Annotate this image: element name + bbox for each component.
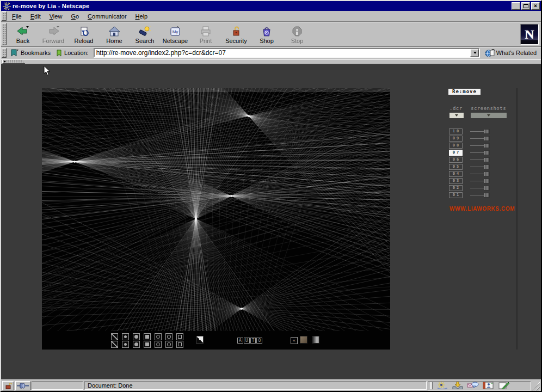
- menu-communicator[interactable]: Communicator: [83, 11, 131, 21]
- square-filled-pattern-button[interactable]: [144, 341, 151, 348]
- slash-pattern-button[interactable]: [111, 333, 118, 340]
- composer-icon[interactable]: [497, 382, 509, 389]
- track-button-08[interactable]: 08: [449, 143, 463, 149]
- security-button[interactable]: Security: [221, 22, 251, 46]
- toolbar-expand-tab[interactable]: [2, 59, 25, 64]
- track-button-03[interactable]: 03: [449, 178, 463, 184]
- title-bar[interactable]: re-move by Lia - Netscape _ ×: [1, 1, 541, 11]
- dot-small-pattern-button[interactable]: [122, 341, 129, 348]
- dot-small-icon: [124, 343, 127, 346]
- track-slider-handle-icon[interactable]: [484, 171, 490, 176]
- tab-dcr-label[interactable]: .dcr: [449, 106, 463, 111]
- track-slider-line: [470, 160, 485, 160]
- rewind-button[interactable]: «: [291, 337, 298, 344]
- close-button[interactable]: ×: [531, 2, 540, 10]
- track-button-07[interactable]: 07: [449, 150, 463, 156]
- square-filled-pattern-button[interactable]: [144, 333, 151, 340]
- track-button-10[interactable]: 10: [449, 128, 463, 134]
- track-slider-line: [470, 152, 485, 153]
- track-slider-handle-icon[interactable]: [484, 157, 490, 162]
- square-double-icon: [178, 335, 182, 339]
- menubar-grip-handle[interactable]: [2, 11, 7, 21]
- resize-grip[interactable]: [532, 382, 540, 390]
- track-slider-line: [470, 174, 485, 174]
- color-swatch-gradient[interactable]: [312, 336, 319, 344]
- track-button-01[interactable]: 01: [449, 192, 463, 198]
- track-button-05[interactable]: 05: [449, 164, 463, 170]
- artwork-canvas[interactable]: AUTO «: [42, 88, 390, 350]
- menu-edit[interactable]: Edit: [26, 11, 45, 21]
- track-button-09[interactable]: 09: [449, 136, 463, 142]
- circle-icon: [156, 335, 160, 339]
- netscape-starburst-icon: [3, 2, 11, 10]
- locationbar-grip-handle[interactable]: [2, 48, 7, 58]
- security-lock-button[interactable]: [2, 381, 14, 390]
- bookmarks-label: Bookmarks: [21, 50, 51, 56]
- track-button-06[interactable]: 06: [449, 157, 463, 163]
- auto-button[interactable]: AUTO: [237, 338, 262, 344]
- track-slider-handle-icon[interactable]: [484, 193, 490, 198]
- shop-button[interactable]: Shop: [251, 22, 282, 46]
- track-slider-handle-icon[interactable]: [484, 129, 490, 134]
- track-button-04[interactable]: 04: [449, 171, 463, 177]
- auto-letter: U: [244, 338, 250, 344]
- track-slider-handle-icon[interactable]: [484, 143, 490, 148]
- menu-go[interactable]: Go: [66, 11, 83, 21]
- search-button[interactable]: Search: [130, 22, 160, 46]
- square-double-pattern-button[interactable]: [176, 333, 183, 340]
- track-slider-handle-icon[interactable]: [484, 150, 490, 155]
- stop-button[interactable]: Stop: [282, 22, 312, 46]
- print-button[interactable]: Print: [190, 22, 221, 46]
- reload-button[interactable]: Reload: [69, 22, 99, 46]
- auto-letter: A: [237, 338, 243, 344]
- url-dropdown-button[interactable]: [470, 49, 479, 57]
- url-input[interactable]: [95, 49, 470, 57]
- circle-pattern-button[interactable]: [155, 341, 162, 348]
- window-title: re-move by Lia - Netscape: [13, 3, 510, 9]
- liaworks-link[interactable]: WWW.LIAWORKS.COM: [449, 206, 515, 212]
- square-round-pattern-button[interactable]: [165, 341, 173, 348]
- location-label: Location:: [64, 50, 89, 56]
- minimize-button[interactable]: _: [512, 2, 520, 10]
- toolbar-grip-handle[interactable]: [2, 23, 7, 45]
- inbox-icon[interactable]: [452, 382, 464, 389]
- maximize-button[interactable]: [521, 2, 530, 10]
- track-slider-handle-icon[interactable]: [484, 186, 490, 191]
- color-swatch-brown[interactable]: [300, 336, 307, 344]
- track-button-02[interactable]: 02: [449, 185, 463, 191]
- navigator-icon[interactable]: [436, 382, 448, 389]
- tab-screenshots-button[interactable]: [471, 113, 507, 118]
- menu-view[interactable]: View: [45, 11, 67, 21]
- bookmarks-button[interactable]: Bookmarks: [8, 48, 53, 57]
- back-button[interactable]: Back: [8, 22, 38, 46]
- tab-screenshots-label[interactable]: screenshots: [471, 106, 506, 111]
- dot-large-pattern-button[interactable]: [133, 333, 140, 340]
- menu-help[interactable]: Help: [131, 11, 152, 21]
- component-bar-grip[interactable]: [430, 382, 433, 389]
- square-filled-icon: [145, 335, 149, 339]
- discussions-icon[interactable]: [467, 382, 479, 389]
- square-double-pattern-button[interactable]: [176, 341, 183, 348]
- dot-large-pattern-button[interactable]: [133, 341, 140, 348]
- dot-small-pattern-button[interactable]: [122, 333, 129, 340]
- slash-pattern-button[interactable]: [111, 341, 118, 348]
- square-round-pattern-button[interactable]: [165, 333, 173, 340]
- plugin-status-button[interactable]: [15, 381, 30, 390]
- menu-file[interactable]: File: [8, 11, 26, 21]
- forward-button[interactable]: Forward: [38, 22, 69, 46]
- invert-toggle-icon[interactable]: [196, 336, 204, 344]
- netscape-button[interactable]: My Netscape: [160, 22, 190, 46]
- browser-window: re-move by Lia - Netscape _ × File Edit …: [0, 0, 542, 392]
- home-button[interactable]: Home: [99, 22, 130, 46]
- tab-dcr-button[interactable]: [449, 113, 464, 118]
- bookmarks-icon: [10, 49, 19, 57]
- whats-related-button[interactable]: What's Related: [482, 48, 539, 58]
- track-slider-handle-icon[interactable]: [484, 164, 490, 169]
- track-slider-handle-icon[interactable]: [484, 136, 490, 141]
- circle-pattern-button[interactable]: [155, 333, 162, 340]
- pattern-button-row-2: [111, 341, 183, 348]
- address-book-icon[interactable]: [482, 382, 494, 389]
- netscape-throbber-logo[interactable]: N: [520, 24, 539, 45]
- auto-letter: T: [250, 338, 256, 344]
- track-slider-handle-icon[interactable]: [484, 179, 490, 183]
